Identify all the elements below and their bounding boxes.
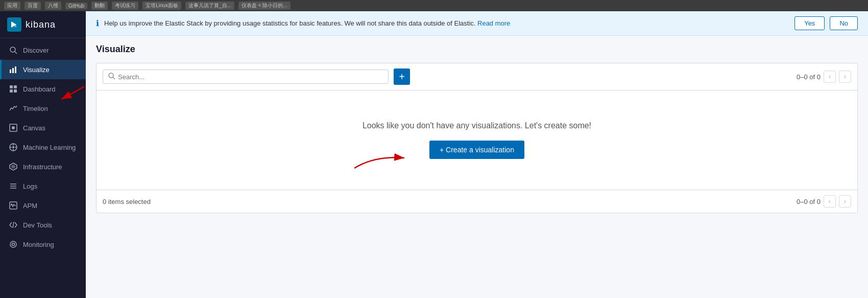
sidebar-item-label: Dashboard	[23, 85, 56, 93]
search-icon	[108, 73, 115, 81]
search-box	[103, 70, 389, 84]
sidebar-item-logs[interactable]: Logs	[0, 176, 86, 196]
sidebar-item-apm[interactable]: APM	[0, 196, 86, 215]
browser-tab[interactable]: GitHub	[65, 3, 87, 9]
viz-footer: 0 items selected 0–0 of 0 ‹ ›	[97, 190, 857, 213]
sidebar-item-label: Logs	[23, 182, 37, 190]
sidebar-item-dashboard[interactable]: Dashboard	[0, 79, 86, 99]
svg-point-26	[10, 241, 16, 247]
sidebar-item-timelion[interactable]: Timelion	[0, 99, 86, 118]
visualize-icon	[9, 65, 18, 74]
footer-pagination: 0–0 of 0 ‹ ›	[797, 195, 851, 208]
browser-tab[interactable]: 应用	[4, 2, 20, 10]
prev-page-button[interactable]: ‹	[824, 71, 836, 83]
yes-button[interactable]: Yes	[794, 16, 825, 30]
sidebar-item-visualize[interactable]: Visualize	[0, 60, 86, 79]
svg-point-12	[12, 126, 15, 129]
add-visualization-button[interactable]: +	[394, 68, 410, 85]
no-button[interactable]: No	[830, 16, 858, 30]
empty-state-message: Looks like you don't have any visualizat…	[363, 121, 591, 130]
sidebar: kibana Discover	[0, 11, 86, 298]
pagination-text: 0–0 of 0	[797, 73, 821, 81]
sidebar-item-devtools[interactable]: Dev Tools	[0, 215, 86, 235]
svg-line-29	[113, 77, 115, 79]
sidebar-item-discover[interactable]: Discover	[0, 40, 86, 60]
svg-rect-8	[14, 85, 17, 88]
discover-icon	[9, 45, 18, 55]
logs-icon	[9, 181, 18, 191]
browser-tab[interactable]: 翻翻	[91, 2, 108, 10]
viz-toolbar: + 0–0 of 0 ‹ ›	[97, 63, 857, 90]
svg-line-25	[13, 222, 14, 228]
browser-tab[interactable]: 宝塔Linux面板	[142, 2, 181, 10]
sidebar-item-label: Machine Learning	[23, 144, 76, 151]
browser-tab[interactable]: 百度	[25, 2, 41, 10]
svg-point-2	[10, 47, 15, 52]
sidebar-item-canvas[interactable]: Canvas	[0, 118, 86, 137]
sidebar-item-infrastructure[interactable]: Infrastructure	[0, 157, 86, 176]
create-visualization-button[interactable]: + Create a visualization	[429, 141, 524, 159]
ml-icon	[9, 143, 18, 152]
sidebar-item-label: Discover	[23, 47, 49, 54]
info-banner: ℹ Help us improve the Elastic Stack by p…	[86, 11, 868, 36]
svg-rect-5	[12, 68, 14, 73]
read-more-link[interactable]: Read more	[477, 19, 510, 27]
items-selected-text: 0 items selected	[103, 198, 151, 205]
footer-next-page-button[interactable]: ›	[839, 195, 851, 208]
svg-rect-4	[10, 70, 11, 73]
sidebar-nav: Discover Visualize	[0, 38, 86, 298]
sidebar-item-label: Dev Tools	[23, 221, 52, 229]
sidebar-item-label: Timelion	[23, 105, 48, 112]
svg-point-27	[12, 243, 15, 246]
sidebar-item-ml[interactable]: Machine Learning	[0, 137, 86, 157]
app-container: kibana Discover	[0, 11, 868, 298]
sidebar-item-label: Visualize	[23, 66, 50, 74]
pagination-info: 0–0 of 0 ‹ ›	[797, 71, 851, 83]
browser-tab[interactable]: 仪表盘 < 除小日的...	[238, 2, 291, 10]
sidebar-item-monitoring[interactable]: Monitoring	[0, 235, 86, 254]
svg-point-28	[109, 73, 113, 78]
main-content: ℹ Help us improve the Elastic Stack by p…	[86, 11, 868, 298]
footer-prev-page-button[interactable]: ‹	[824, 195, 836, 208]
browser-tab[interactable]: 这事儿说了算_自...	[185, 2, 234, 10]
svg-rect-9	[10, 89, 13, 93]
page-content: Visualize +	[86, 36, 868, 298]
sidebar-item-label: Canvas	[23, 124, 45, 132]
canvas-icon	[9, 123, 18, 132]
devtools-icon	[9, 220, 18, 230]
create-arrow-annotation	[349, 145, 411, 173]
next-page-button[interactable]: ›	[839, 71, 851, 83]
search-input[interactable]	[118, 73, 383, 81]
sidebar-item-label: APM	[23, 202, 37, 210]
empty-state: Looks like you don't have any visualizat…	[97, 90, 857, 190]
banner-text: Help us improve the Elastic Stack by pro…	[104, 19, 789, 27]
browser-tab[interactable]: 考试练习	[112, 2, 138, 10]
apm-icon	[9, 201, 18, 210]
svg-line-3	[15, 52, 17, 54]
browser-tab[interactable]: 八维	[45, 2, 61, 10]
timelion-icon	[9, 104, 18, 113]
empty-state-wrapper: Looks like you don't have any visualizat…	[97, 90, 857, 190]
svg-rect-7	[10, 85, 13, 88]
svg-point-14	[12, 146, 14, 148]
sidebar-item-label: Infrastructure	[23, 163, 62, 171]
kibana-logo-icon	[7, 17, 21, 32]
sidebar-item-label: Monitoring	[23, 241, 54, 248]
svg-rect-6	[15, 66, 16, 73]
page-title: Visualize	[96, 44, 858, 55]
dashboard-icon	[9, 84, 18, 94]
plus-icon: +	[399, 71, 405, 83]
browser-bar: 应用 百度 八维 GitHub 翻翻 考试练习 宝塔Linux面板 这事儿说了算…	[0, 0, 868, 11]
svg-marker-20	[11, 165, 15, 169]
kibana-logo-text: kibana	[26, 19, 56, 30]
sidebar-logo: kibana	[0, 11, 86, 38]
infrastructure-icon	[9, 162, 18, 171]
svg-rect-10	[14, 89, 17, 93]
visualize-panel: + 0–0 of 0 ‹ › Looks like you don't have…	[96, 63, 858, 213]
info-icon: ℹ	[96, 18, 99, 28]
footer-pagination-text: 0–0 of 0	[797, 198, 821, 205]
monitoring-icon	[9, 240, 18, 249]
